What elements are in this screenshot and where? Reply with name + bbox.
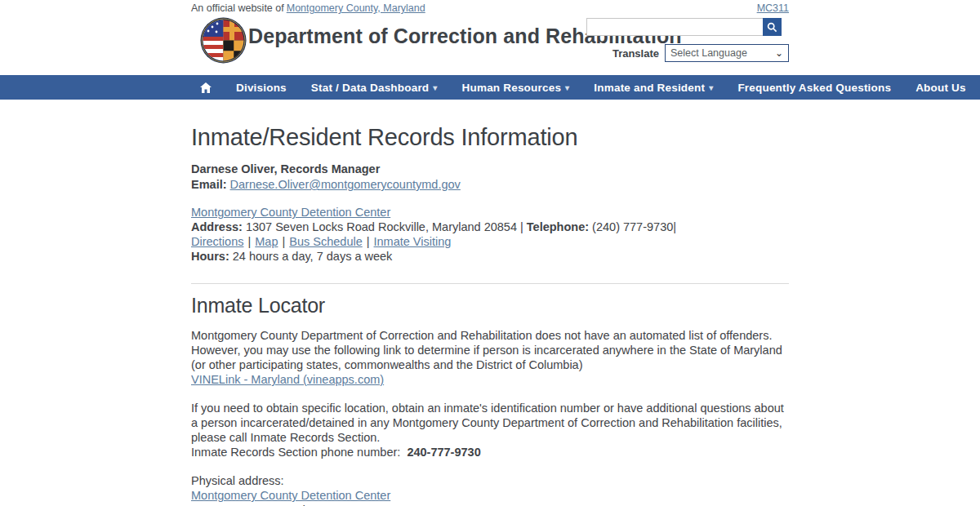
nav-home-button[interactable] (200, 82, 212, 93)
address-text: 1307 Seven Locks Road Rockville, Marylan… (246, 220, 523, 233)
detention-center-link[interactable]: Montgomery County Detention Center (191, 206, 390, 219)
pipe-separator: | (367, 235, 370, 248)
bus-schedule-link[interactable]: Bus Schedule (289, 235, 362, 248)
directions-link[interactable]: Directions (191, 235, 243, 248)
nav-item-inmate-and-resident[interactable]: Inmate and Resident ▾ (594, 82, 713, 94)
records-manager-block: Darnese Oliver, Records Manager Email: D… (191, 162, 789, 192)
language-select[interactable]: Select Language ⌄ (665, 44, 789, 62)
nav-item-label: Frequently Asked Questions (737, 82, 891, 94)
nav-item-label: Divisions (236, 82, 287, 94)
email-link[interactable]: Darnese.Oliver@montgomerycountymd.gov (230, 178, 461, 191)
map-link[interactable]: Map (255, 235, 278, 248)
county-seal-logo (200, 17, 247, 64)
official-website-text: An official website ofMontgomery County,… (191, 2, 425, 14)
attn-line: ATTN: Inmate Records (191, 503, 789, 506)
nav-item-about-us[interactable]: About Us (915, 82, 966, 94)
vinelink-link[interactable]: VINELink - Maryland (vineapps.com) (191, 373, 384, 386)
caret-down-icon: ▾ (709, 83, 713, 92)
nav-item-label: Inmate and Resident (594, 82, 705, 94)
main-content: Inmate/Resident Records Information Darn… (191, 124, 789, 506)
telephone-text: (240) 777-9730| (592, 220, 676, 233)
official-website-label: An official website of (191, 2, 284, 14)
email-label: Email: (191, 178, 227, 191)
detention-center-link[interactable]: Montgomery County Detention Center (191, 489, 390, 502)
search-box (586, 18, 782, 36)
inmate-locator-paragraph: Montgomery County Department of Correcti… (191, 328, 789, 387)
nav-item-human-resources[interactable]: Human Resources ▾ (462, 82, 570, 94)
caret-down-icon: ▾ (565, 83, 569, 92)
records-manager-name: Darnese Oliver, Records Manager (191, 162, 789, 176)
site-header: Department of Correction and Rehabilitat… (191, 16, 789, 75)
address-label: Address: (191, 220, 243, 233)
hours-label: Hours: (191, 250, 229, 263)
nav-item-divisions[interactable]: Divisions (236, 82, 287, 94)
phone-label: Inmate Records Section phone number: (191, 446, 400, 459)
search-input[interactable] (586, 18, 763, 36)
hours-text: 24 hours a day, 7 days a week (233, 250, 393, 263)
chevron-down-icon: ⌄ (775, 48, 783, 58)
inmate-visiting-link[interactable]: Inmate Visiting (374, 235, 452, 248)
mc311-link[interactable]: MC311 (757, 2, 789, 14)
caret-down-icon: ▾ (433, 83, 437, 92)
search-button[interactable] (763, 18, 782, 36)
nav-item-label: Human Resources (462, 82, 562, 94)
detention-center-block: Montgomery County Detention Center Addre… (191, 205, 789, 264)
nav-item-label: About Us (915, 82, 966, 94)
home-icon (200, 82, 212, 93)
pipe-separator: | (247, 235, 251, 248)
search-icon (767, 22, 777, 33)
inmate-locator-title: Inmate Locator (191, 294, 789, 317)
nav-item-frequently-asked-questions[interactable]: Frequently Asked Questions (737, 82, 891, 94)
language-select-value: Select Language (670, 47, 747, 59)
official-banner: An official website ofMontgomery County,… (191, 0, 789, 14)
phone-number: 240-777-9730 (407, 446, 480, 459)
records-section-paragraph: If you need to obtain specific location,… (191, 401, 789, 459)
physical-address-block: Physical address: Montgomery County Dete… (191, 473, 789, 506)
records-section-text: If you need to obtain specific location,… (191, 402, 784, 444)
nav-item-stat-data-dashboard[interactable]: Stat / Data Dashboard ▾ (311, 82, 438, 94)
telephone-label: Telephone: (527, 220, 589, 233)
pipe-separator: | (282, 235, 285, 248)
page-title: Inmate/Resident Records Information (191, 124, 789, 151)
nav-item-label: Stat / Data Dashboard (311, 82, 429, 94)
county-link[interactable]: Montgomery County, Maryland (287, 2, 425, 14)
main-navigation: Divisions Stat / Data Dashboard ▾ Human … (0, 75, 980, 100)
physical-address-label: Physical address: (191, 473, 789, 488)
locator-text: Montgomery County Department of Correcti… (191, 329, 782, 371)
translate-label: Translate (612, 47, 659, 60)
section-divider (191, 283, 789, 284)
translate-widget: Translate Select Language ⌄ (612, 44, 789, 62)
